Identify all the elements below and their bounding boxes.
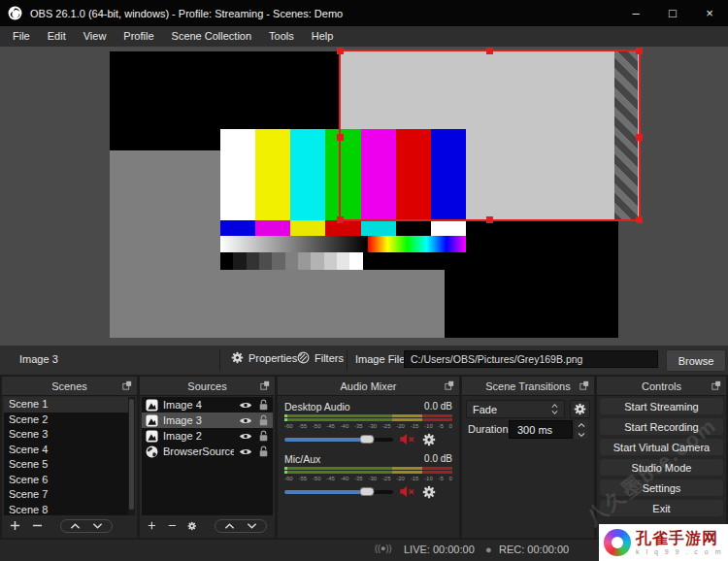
meter-tick-label: 0 — [449, 423, 452, 429]
control-button[interactable]: Start Recording — [600, 418, 723, 435]
controls-header[interactable]: Controls — [597, 377, 726, 396]
control-button[interactable]: Exit — [600, 500, 723, 516]
selection-handle-se[interactable] — [636, 216, 643, 223]
properties-button[interactable]: Properties — [231, 351, 297, 364]
lock-icon[interactable] — [258, 430, 269, 442]
scene-list-item[interactable]: Scene 2 — [4, 412, 135, 428]
selection-handle-ne[interactable] — [636, 48, 643, 54]
scenes-scrollbar[interactable] — [128, 397, 135, 517]
meter-tick-label: -45 — [326, 423, 335, 429]
eye-icon[interactable] — [239, 416, 252, 425]
browse-button[interactable]: Browse — [666, 349, 726, 372]
meter-tick-label: -50 — [313, 423, 321, 429]
slider-knob[interactable] — [360, 435, 375, 444]
scene-list-item[interactable]: Scene 4 — [4, 443, 135, 458]
minimize-button[interactable]: – — [617, 0, 654, 26]
move-source-up-button[interactable] — [224, 522, 235, 530]
menu-item[interactable]: View — [75, 26, 116, 47]
channel-gear-icon[interactable] — [422, 433, 436, 446]
popout-icon[interactable] — [711, 380, 721, 390]
toolbar-separator — [347, 349, 347, 371]
source-list-item[interactable]: Image 3 — [142, 412, 273, 428]
mute-speaker-icon[interactable] — [400, 486, 415, 497]
control-button[interactable]: Studio Mode — [600, 459, 723, 476]
preview-canvas[interactable] — [0, 47, 728, 346]
selection-handle-nw[interactable] — [337, 48, 344, 54]
color-bar — [431, 220, 466, 236]
menu-item[interactable]: File — [4, 26, 39, 47]
color-bar — [361, 220, 396, 236]
move-source-down-button[interactable] — [247, 522, 257, 530]
duration-up-button[interactable] — [575, 420, 588, 429]
menu-item[interactable]: Tools — [260, 26, 303, 47]
duration-down-button[interactable] — [575, 430, 588, 439]
maximize-button[interactable]: □ — [654, 0, 691, 26]
move-scene-down-button[interactable] — [92, 522, 103, 530]
scene-list-item[interactable]: Scene 3 — [4, 427, 135, 443]
sources-panel-header[interactable]: Sources — [140, 377, 275, 396]
eye-icon[interactable] — [239, 447, 252, 456]
transition-select[interactable]: Fade — [466, 400, 565, 418]
filters-button[interactable]: Filters — [297, 351, 344, 364]
lock-icon[interactable] — [258, 399, 269, 411]
move-scene-up-button[interactable] — [70, 522, 81, 530]
source-list-item[interactable]: Image 4 — [142, 397, 273, 412]
scene-list-item[interactable]: Scene 7 — [4, 487, 135, 503]
meter-tick-label: -15 — [411, 423, 419, 429]
scenes-panel-header[interactable]: Scenes — [2, 377, 137, 396]
source-properties-gear-icon[interactable] — [187, 520, 197, 532]
volume-slider[interactable] — [284, 438, 393, 442]
source-selection-outline[interactable] — [339, 50, 641, 221]
meter-tick-label: -50 — [313, 476, 321, 481]
slider-knob[interactable] — [360, 487, 375, 496]
transition-gear-button[interactable] — [570, 400, 590, 418]
control-button[interactable]: Start Streaming — [600, 398, 723, 414]
scene-list-item[interactable]: Scene 1 — [4, 397, 135, 412]
meter-tick-label: -60 — [284, 476, 293, 481]
remove-source-button[interactable] — [168, 520, 177, 531]
mute-speaker-icon[interactable] — [400, 434, 415, 445]
add-scene-button[interactable] — [10, 520, 20, 531]
menu-item[interactable]: Profile — [115, 26, 162, 47]
gear-icon — [574, 403, 586, 415]
eye-icon[interactable] — [239, 432, 252, 441]
selection-handle-s[interactable] — [486, 216, 493, 223]
menu-item[interactable]: Help — [303, 26, 343, 47]
image-file-input[interactable] — [404, 350, 658, 368]
meter-tick-label: -55 — [298, 476, 307, 481]
lock-icon[interactable] — [258, 414, 269, 426]
grayscale-step — [259, 252, 272, 270]
popout-icon[interactable] — [260, 380, 270, 390]
control-button[interactable]: Start Virtual Camera — [600, 439, 723, 455]
duration-input[interactable]: 300 ms — [509, 420, 573, 439]
record-dot-icon: ● — [485, 544, 492, 555]
meter-tick-label: -25 — [382, 423, 391, 429]
close-button[interactable]: × — [691, 0, 728, 26]
selection-handle-e[interactable] — [636, 134, 643, 141]
scrollbar-thumb[interactable] — [129, 399, 134, 510]
add-source-button[interactable] — [148, 520, 156, 531]
popout-icon[interactable] — [579, 380, 589, 390]
selection-handle-sw[interactable] — [337, 216, 344, 223]
selection-handle-n[interactable] — [486, 48, 493, 54]
channel-gear-icon[interactable] — [422, 485, 436, 499]
scene-list-item[interactable]: Scene 5 — [4, 457, 135, 473]
source-list-item[interactable]: BrowserSource — [142, 444, 273, 459]
volume-slider[interactable] — [284, 490, 393, 494]
lock-icon[interactable] — [258, 446, 269, 457]
source-list-item[interactable]: Image 2 — [142, 428, 273, 444]
menu-item[interactable]: Scene Collection — [163, 26, 261, 47]
remove-scene-button[interactable] — [32, 520, 43, 531]
menu-item[interactable]: Edit — [39, 26, 75, 47]
popout-icon[interactable] — [122, 380, 132, 390]
source-name: Image 3 — [163, 414, 234, 426]
audio-mixer-header[interactable]: Audio Mixer — [278, 377, 459, 396]
scene-transitions-header[interactable]: Scene Transitions — [462, 377, 594, 396]
popout-icon[interactable] — [445, 380, 454, 390]
scene-black-rect-bottom[interactable] — [445, 221, 618, 338]
scene-list-item[interactable]: Scene 6 — [4, 473, 135, 488]
meter-tick-label: -20 — [396, 423, 405, 429]
selection-handle-w[interactable] — [337, 134, 344, 141]
eye-icon[interactable] — [239, 401, 252, 410]
control-button[interactable]: Settings — [600, 479, 723, 496]
